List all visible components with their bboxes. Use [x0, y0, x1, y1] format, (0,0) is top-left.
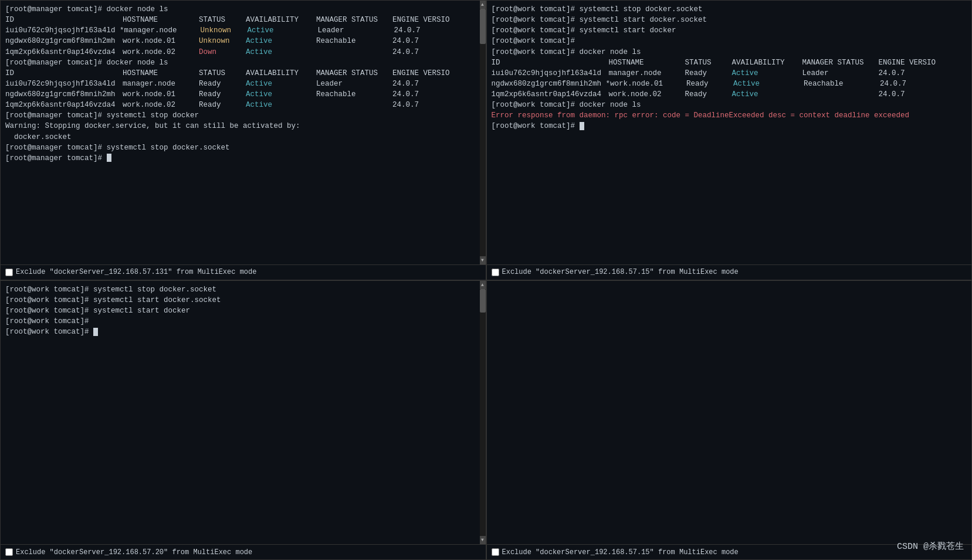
footer-top-right: Exclude "dockerServer_192.168.57.15" fro… — [487, 264, 972, 280]
scroll-down-top-left[interactable]: ▼ — [480, 256, 486, 264]
scroll-up-bottom-left[interactable]: ▲ — [480, 281, 486, 289]
footer-top-left: Exclude "dockerServer_192.168.57.131" fr… — [1, 264, 486, 280]
scroll-thumb-bottom-left[interactable] — [480, 289, 486, 313]
exclude-checkbox-bottom-right[interactable]: Exclude "dockerServer_192.168.57.15" fro… — [492, 548, 739, 556]
terminal-bottom-right[interactable]: Exclude "dockerServer_192.168.57.15" fro… — [486, 280, 973, 561]
exclude-check-top-left[interactable] — [5, 269, 13, 276]
exclude-check-bottom-left[interactable] — [5, 548, 13, 556]
exclude-check-top-right[interactable] — [492, 269, 499, 276]
scrollbar-bottom-left[interactable]: ▲ ▼ — [480, 281, 486, 545]
exclude-checkbox-bottom-left[interactable]: Exclude "dockerServer_192.168.57.20" fro… — [5, 548, 252, 556]
exclude-checkbox-top-right[interactable]: Exclude "dockerServer_192.168.57.15" fro… — [492, 268, 739, 276]
scroll-down-bottom-left[interactable]: ▼ — [480, 536, 486, 544]
exclude-checkbox-top-left[interactable]: Exclude "dockerServer_192.168.57.131" fr… — [5, 268, 256, 276]
footer-bottom-right: Exclude "dockerServer_192.168.57.15" fro… — [487, 544, 972, 559]
terminal-content-bottom-left: [root@work tomcat]# systemctl stop docke… — [1, 281, 486, 545]
terminal-content-top-left: [root@manager tomcat]# docker node ls ID… — [1, 1, 486, 264]
scroll-up-top-left[interactable]: ▲ — [480, 1, 486, 9]
terminal-top-right[interactable]: [root@work tomcat]# systemctl stop docke… — [486, 0, 973, 280]
terminal-content-bottom-right — [487, 281, 972, 545]
footer-bottom-left: Exclude "dockerServer_192.168.57.20" fro… — [1, 544, 486, 559]
terminal-content-top-right: [root@work tomcat]# systemctl stop docke… — [487, 1, 972, 264]
exclude-label-top-right: Exclude "dockerServer_192.168.57.15" fro… — [502, 268, 739, 276]
scrollbar-top-left[interactable]: ▲ ▼ — [480, 1, 486, 264]
exclude-label-bottom-right: Exclude "dockerServer_192.168.57.15" fro… — [502, 548, 739, 556]
terminal-bottom-left[interactable]: [root@work tomcat]# systemctl stop docke… — [0, 280, 486, 561]
exclude-check-bottom-right[interactable] — [492, 548, 499, 556]
terminal-top-left[interactable]: [root@manager tomcat]# docker node ls ID… — [0, 0, 486, 280]
exclude-label-top-left: Exclude "dockerServer_192.168.57.131" fr… — [16, 268, 256, 276]
exclude-label-bottom-left: Exclude "dockerServer_192.168.57.20" fro… — [16, 548, 252, 556]
scroll-thumb-top-left[interactable] — [480, 9, 486, 44]
